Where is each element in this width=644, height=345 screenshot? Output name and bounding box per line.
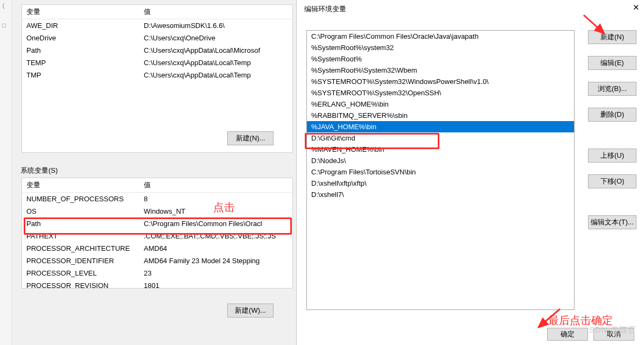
list-item[interactable]: %SystemRoot%\system32 (307, 42, 574, 53)
list-item[interactable]: %SYSTEMROOT%\System32\WindowsPowerShell\… (307, 76, 574, 87)
dlg-edit-text-button[interactable]: 编辑文本(T)... (588, 215, 636, 229)
var-value: C:\Users\cxq\OneDrive (139, 32, 292, 44)
dialog-right-buttons: 新建(N) 编辑(E) 浏览(B)... 删除(D) 上移(U) 下移(O) 编… (588, 30, 636, 241)
var-value: D:\AwesomiumSDK\1.6.6\ (139, 19, 292, 32)
cancel-button[interactable]: 取消 (593, 328, 634, 341)
left-gutter: ⟨ □ (0, 0, 12, 345)
var-name: PROCESSOR_ARCHITECTURE (22, 242, 139, 255)
user-vars-panel: 变量 值 AWE_DIRD:\AwesomiumSDK\1.6.6\OneDri… (22, 4, 293, 153)
var-value: AMD64 Family 23 Model 24 Stepping (139, 255, 292, 267)
list-item[interactable]: D:\NodeJs\ (307, 155, 574, 166)
sys-new-button[interactable]: 新建(W)... (227, 304, 274, 318)
var-name: OS (22, 205, 139, 217)
table-row[interactable]: AWE_DIRD:\AwesomiumSDK\1.6.6\ (22, 19, 292, 32)
var-name: AWE_DIR (22, 19, 139, 32)
table-row[interactable]: PROCESSOR_ARCHITECTUREAMD64 (22, 242, 292, 255)
table-row[interactable]: PROCESSOR_LEVEL23 (22, 267, 292, 279)
user-vars-table[interactable]: 变量 值 AWE_DIRD:\AwesomiumSDK\1.6.6\OneDri… (22, 5, 292, 81)
system-vars-label: 系统变量(S) (20, 166, 58, 175)
sys-vars-head-var[interactable]: 变量 (22, 178, 139, 193)
ok-button[interactable]: 确定 (547, 328, 588, 341)
gutter-icon-2: □ (2, 22, 6, 29)
list-item[interactable]: %JAVA_HOME%\bin (307, 121, 574, 132)
var-value: .COM;.EXE;.BAT;.CMD;.VBS;.VBE;.JS;.JS (139, 230, 292, 242)
dialog-title: 编辑环境变量 (297, 0, 644, 17)
var-name: Path (22, 44, 139, 57)
user-vars-head-var[interactable]: 变量 (22, 5, 139, 19)
dlg-edit-button[interactable]: 编辑(E) (588, 56, 636, 70)
list-item[interactable]: %MAVEN_HOME%\bin (307, 144, 574, 155)
dlg-new-button[interactable]: 新建(N) (588, 30, 636, 44)
table-row[interactable]: PROCESSOR_REVISION1801 (22, 279, 292, 288)
var-value: C:\Users\cxq\AppData\Local\Temp (139, 69, 292, 81)
user-vars-head-val[interactable]: 值 (139, 5, 292, 19)
var-name: PROCESSOR_IDENTIFIER (22, 255, 139, 267)
dialog-bottom: 确定 取消 (544, 328, 634, 341)
table-row[interactable]: PROCESSOR_IDENTIFIERAMD64 Family 23 Mode… (22, 255, 292, 267)
var-value: C:\Users\cxq\AppData\Local\Microsof (139, 44, 292, 57)
table-row[interactable]: TEMPC:\Users\cxq\AppData\Local\Temp (22, 57, 292, 69)
user-new-button[interactable]: 新建(N)... (227, 131, 274, 145)
list-item[interactable]: C:\Program Files\Common Files\Oracle\Jav… (307, 31, 574, 42)
table-row[interactable]: OneDriveC:\Users\cxq\OneDrive (22, 32, 292, 44)
var-name: TEMP (22, 57, 139, 69)
table-row[interactable]: NUMBER_OF_PROCESSORS8 (22, 193, 292, 206)
var-name: Path (22, 217, 139, 230)
var-value: 23 (139, 267, 292, 279)
list-item[interactable]: D:\xshell\xftp\xftp\ (307, 178, 574, 189)
var-value: C:\Users\cxq\AppData\Local\Temp (139, 57, 292, 69)
var-value: 8 (139, 193, 292, 206)
var-name: NUMBER_OF_PROCESSORS (22, 193, 139, 206)
edit-env-dialog: 编辑环境变量 ✕ C:\Program Files\Common Files\O… (296, 0, 644, 345)
system-vars-panel: 变量 值 NUMBER_OF_PROCESSORS8OSWindows_NTPa… (22, 178, 293, 288)
table-row[interactable]: PATHEXT.COM;.EXE;.BAT;.CMD;.VBS;.VBE;.JS… (22, 230, 292, 242)
dlg-down-button[interactable]: 下移(O) (588, 174, 636, 188)
dlg-browse-button[interactable]: 浏览(B)... (588, 82, 636, 96)
table-row[interactable]: TMPC:\Users\cxq\AppData\Local\Temp (22, 69, 292, 81)
var-name: OneDrive (22, 32, 139, 44)
table-row[interactable]: OSWindows_NT (22, 205, 292, 217)
list-item[interactable]: D:\xshell7\ (307, 189, 574, 200)
dlg-delete-button[interactable]: 删除(D) (588, 108, 636, 122)
var-name: PATHEXT (22, 230, 139, 242)
table-row[interactable]: PathC:\Users\cxq\AppData\Local\Microsof (22, 44, 292, 57)
list-item[interactable]: %SystemRoot%\System32\Wbem (307, 65, 574, 76)
path-list[interactable]: C:\Program Files\Common Files\Oracle\Jav… (306, 30, 575, 310)
list-item[interactable]: %RABBITMQ_SERVER%\sbin (307, 110, 574, 121)
var-name: PROCESSOR_LEVEL (22, 267, 139, 279)
var-name: TMP (22, 69, 139, 81)
list-item[interactable]: %ERLANG_HOME%\bin (307, 98, 574, 110)
table-row[interactable]: PathC:\Program Files\Common Files\Oracl (22, 217, 292, 230)
close-icon[interactable]: ✕ (633, 3, 640, 12)
dlg-up-button[interactable]: 上移(U) (588, 149, 636, 163)
list-item[interactable]: %SystemRoot% (307, 53, 574, 65)
list-item[interactable]: C:\Program Files\TortoiseSVN\bin (307, 166, 574, 178)
list-item[interactable]: D:\Git\Git\cmd (307, 132, 574, 144)
list-item[interactable]: %SYSTEMROOT%\System32\OpenSSH\ (307, 87, 574, 98)
sys-vars-head-val[interactable]: 值 (139, 178, 292, 193)
system-vars-table[interactable]: 变量 值 NUMBER_OF_PROCESSORS8OSWindows_NTPa… (22, 178, 292, 288)
gutter-icon-1: ⟨ (2, 2, 5, 10)
var-name: PROCESSOR_REVISION (22, 279, 139, 288)
var-value: 1801 (139, 279, 292, 288)
var-value: AMD64 (139, 242, 292, 255)
var-value: Windows_NT (139, 205, 292, 217)
var-value: C:\Program Files\Common Files\Oracl (139, 217, 292, 230)
